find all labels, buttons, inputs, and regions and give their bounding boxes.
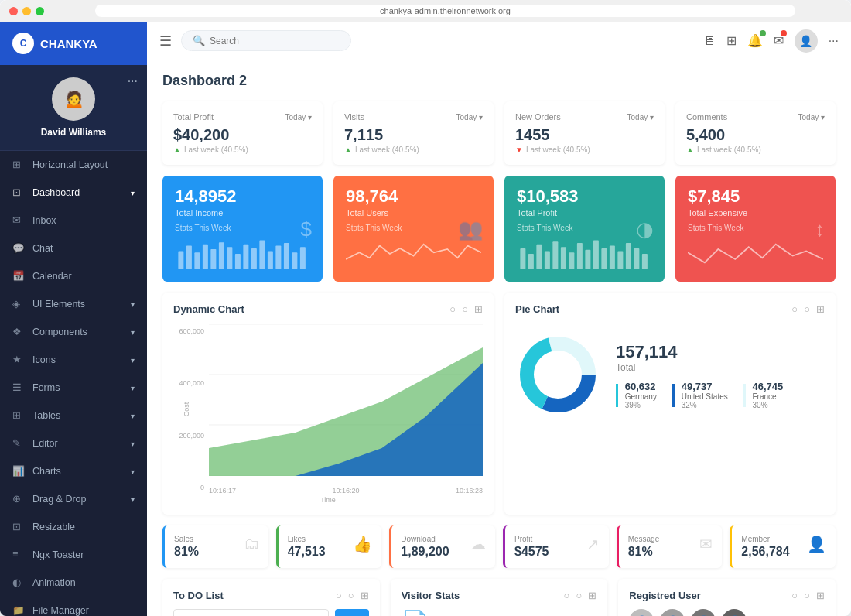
small-card-header: Download 1,89,200 ☁: [401, 535, 486, 559]
chart-refresh-icon[interactable]: ○: [804, 303, 810, 315]
todo-input[interactable]: [173, 609, 329, 616]
svg-rect-31: [642, 254, 648, 269]
reg-min-icon[interactable]: ○: [791, 590, 798, 601]
stat-sub: ▲ Last week (40.5%): [686, 145, 825, 154]
sidebar-item-label: Icons: [32, 354, 123, 365]
stat-period[interactable]: Today ▾: [456, 113, 483, 121]
sidebar-item-dashboard[interactable]: ⊡ Dashboard ▾: [0, 179, 147, 207]
visitor-exp-icon[interactable]: ⊞: [588, 590, 596, 601]
legend-pct: 32%: [682, 401, 728, 409]
maximize-dot[interactable]: [36, 7, 44, 15]
stat-value: 1455: [515, 126, 654, 144]
sidebar-item-charts[interactable]: 📊 Charts ▾: [0, 457, 147, 485]
svg-rect-13: [284, 243, 289, 269]
user-name: David Williams: [12, 127, 135, 138]
avatar: 🙍: [52, 77, 95, 121]
close-dot[interactable]: [9, 7, 18, 15]
chevron-down-icon: ▾: [131, 384, 135, 392]
envelope-icon: ✉: [699, 535, 713, 553]
sidebar-item-ui-elements[interactable]: ◈ UI Elements ▾: [0, 290, 147, 318]
grid-icon[interactable]: ⊞: [726, 33, 737, 48]
small-card-info: Likes 47,513: [288, 535, 326, 559]
sidebar: C CHANKYA ··· 🙍 David Williams ⊞ Horizon…: [0, 22, 147, 616]
tables-icon: ⊞: [12, 409, 25, 422]
stat-period[interactable]: Today ▾: [285, 113, 312, 121]
small-card-info: Download 1,89,200: [401, 535, 449, 559]
sidebar-item-animation[interactable]: ◐ Animation: [0, 569, 147, 597]
mail-icon[interactable]: ✉: [774, 33, 784, 48]
svg-rect-14: [292, 252, 297, 269]
todo-header: To DO List ○ ○ ⊞: [173, 590, 369, 601]
small-card-value: 47,513: [288, 545, 326, 559]
big-card-value: $7,845: [688, 187, 823, 207]
reg-exp-icon[interactable]: ⊞: [816, 590, 825, 601]
sidebar-item-forms[interactable]: ☰ Forms ▾: [0, 374, 147, 402]
legend-us: 49,737 United States 32%: [672, 381, 728, 409]
chart-refresh-icon[interactable]: ○: [462, 303, 468, 315]
legend-value: 60,632: [625, 381, 657, 392]
big-card-expensive: $7,845 Total Expensive ↕ Stats This Week: [675, 176, 836, 282]
page-title: Dashboard 2: [162, 73, 836, 89]
sidebar-item-ngx-toaster[interactable]: ≡ Ngx Toaster: [0, 541, 147, 569]
dollar-icon: $: [301, 217, 312, 241]
sidebar-item-file-manager[interactable]: 📁 File Manager: [0, 597, 147, 616]
pie-info: 157,114 Total 60,632 Germany 39%: [616, 342, 783, 409]
todo-ref-icon[interactable]: ○: [348, 590, 354, 601]
small-card-value: 1,89,200: [401, 545, 449, 559]
y-label: 600,000: [173, 327, 204, 335]
sidebar-item-editor[interactable]: ✎ Editor ▾: [0, 429, 147, 457]
sidebar-item-chat[interactable]: 💬 Chat: [0, 234, 147, 262]
todo-min-icon[interactable]: ○: [336, 590, 342, 601]
sidebar-item-resizable[interactable]: ⊡ Resizable: [0, 513, 147, 541]
charts-row: Dynamic Chart ○ ○ ⊞ 600,000 400,000: [162, 293, 836, 515]
registered-user-card: Registred User ○ ○ ⊞ 👤 👤 👤 👤: [618, 579, 836, 616]
sidebar-item-label: Tables: [32, 410, 123, 421]
folder-icon: 🗂: [244, 535, 259, 553]
sidebar-item-tables[interactable]: ⊞ Tables ▾: [0, 402, 147, 429]
horizontal-layout-icon: ⊞: [12, 159, 25, 171]
stat-period[interactable]: Today ▾: [627, 113, 654, 121]
sidebar-item-icons[interactable]: ★ Icons ▾: [0, 346, 147, 374]
legend-germany: 60,632 Germany 39%: [616, 381, 657, 409]
sidebar-item-horizontal-layout[interactable]: ⊞ Horizontal Layout: [0, 151, 147, 179]
big-cards-row: 14,8952 Total Income $ Stats This Week: [162, 176, 836, 282]
sidebar-item-inbox[interactable]: ✉ Inbox: [0, 207, 147, 234]
svg-rect-1: [186, 246, 192, 269]
registered-header: Registred User ○ ○ ⊞: [629, 590, 825, 601]
small-card-header: Sales 81% 🗂: [174, 535, 259, 559]
more-icon[interactable]: ···: [829, 34, 839, 48]
hamburger-button[interactable]: ☰: [159, 33, 172, 50]
app-window: chankya-admin.theironnetwork.org C CHANK…: [0, 0, 851, 616]
chart-minimize-icon[interactable]: ○: [791, 303, 798, 315]
search-input[interactable]: [210, 36, 340, 46]
x-label: 10:16:17: [209, 487, 236, 495]
chart-expand-icon[interactable]: ⊞: [474, 303, 483, 315]
small-card-likes: Likes 47,513 👍: [276, 525, 382, 568]
user-menu-button[interactable]: ···: [128, 74, 138, 88]
minimize-dot[interactable]: [22, 7, 31, 15]
visitor-min-icon[interactable]: ○: [564, 590, 570, 601]
reg-ref-icon[interactable]: ○: [804, 590, 810, 601]
monitor-icon[interactable]: 🖥: [703, 34, 716, 48]
big-card-label: Total Expensive: [688, 208, 823, 217]
stat-period[interactable]: Today ▾: [798, 113, 825, 121]
visitor-ref-icon[interactable]: ○: [576, 590, 582, 601]
search-icon: 🔍: [193, 35, 205, 46]
todo-exp-icon[interactable]: ⊞: [361, 590, 369, 601]
user-avatar-button[interactable]: 👤: [795, 29, 818, 53]
mail-badge: [781, 30, 787, 36]
sidebar-item-calendar[interactable]: 📅 Calendar: [0, 262, 147, 290]
sidebar-item-components[interactable]: ❖ Components ▾: [0, 318, 147, 346]
sidebar-item-drag-drop[interactable]: ⊕ Drag & Drop ▾: [0, 485, 147, 513]
add-todo-button[interactable]: Add: [335, 609, 369, 616]
stat-card-new-orders: New Orders Today ▾ 1455 ▼ Last week (40.…: [504, 101, 665, 165]
svg-point-41: [538, 355, 577, 394]
chart-minimize-icon[interactable]: ○: [449, 303, 456, 315]
small-card-label: Download: [401, 535, 449, 543]
svg-rect-20: [552, 241, 558, 269]
bell-icon[interactable]: 🔔: [747, 33, 763, 48]
chart-expand-icon[interactable]: ⊞: [816, 303, 825, 315]
stat-label: Comments: [686, 112, 727, 121]
user-thumb-3: 👤: [691, 609, 716, 616]
icons-icon: ★: [12, 354, 25, 366]
